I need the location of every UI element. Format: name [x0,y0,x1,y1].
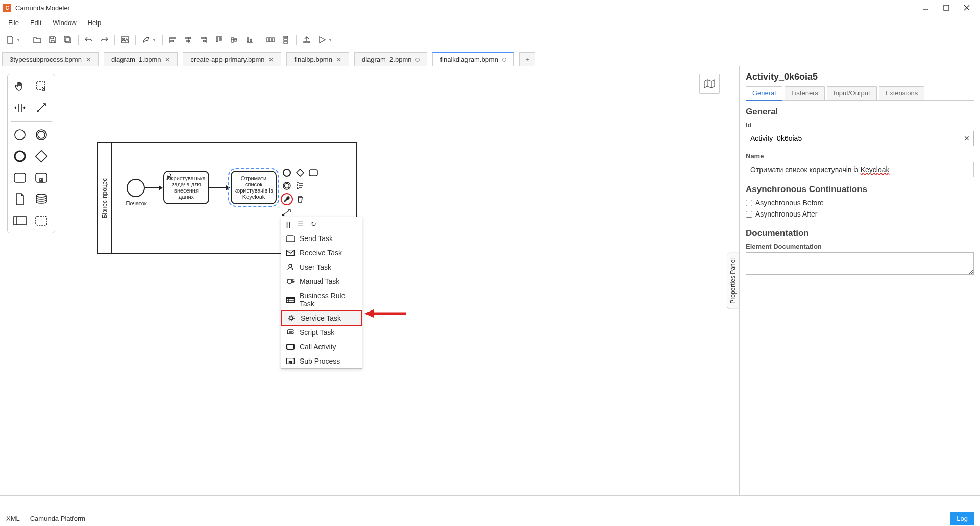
rm-tab-parallel-icon[interactable]: ||| [285,220,290,228]
data-store-tool[interactable] [32,190,51,208]
deploy-button[interactable] [300,33,314,47]
ctx-annotation[interactable] [294,180,306,192]
tab-3[interactable]: finalbp.bpmn✕ [286,52,349,66]
async-before-check[interactable]: Asynchronous Before [746,199,974,207]
tab-4[interactable]: diagram_2.bpmn [354,52,428,66]
intermediate-event-tool[interactable] [32,126,51,144]
redo-button[interactable] [97,33,111,47]
minimize-button[interactable] [922,4,930,12]
save-all-button[interactable] [61,33,75,47]
ctx-gateway[interactable] [294,166,306,179]
rm-tab-loop-icon[interactable]: ↻ [311,220,316,228]
rm-service-task[interactable]: Service Task [281,310,362,326]
business-rule-icon [286,296,295,303]
rm-script-task[interactable]: Script Task [281,325,362,340]
ctx-wrench[interactable] [281,193,293,205]
close-icon[interactable]: ✕ [165,56,170,63]
doc-textarea[interactable] [746,252,974,275]
close-icon[interactable]: ✕ [86,56,91,63]
open-button[interactable] [30,33,44,47]
name-input[interactable]: Отримати список користувачів із Keycloak [746,162,974,177]
subprocess-tool[interactable] [32,169,51,187]
lasso-tool[interactable] [32,77,51,95]
rm-sub-process[interactable]: Sub Process [281,354,362,368]
menu-window[interactable]: Window [47,18,81,28]
align-top-button[interactable] [212,33,226,47]
start-event-tool[interactable] [11,126,29,144]
rm-receive-task[interactable]: Receive Task [281,246,362,260]
global-connect-tool[interactable] [32,99,51,117]
pool-label: Бізнес-процес [98,143,112,253]
canvas[interactable]: Бізнес-процес Початок Користувацька зада… [60,66,727,495]
participant-tool[interactable] [11,211,29,230]
distribute-v-button[interactable] [279,33,293,47]
end-event-tool[interactable] [11,147,29,165]
group-tool[interactable] [32,211,51,230]
workspace: Бізнес-процес Початок Користувацька зада… [0,66,980,495]
menu-edit[interactable]: Edit [25,18,46,28]
new-file-button[interactable] [3,33,17,47]
tab-0[interactable]: 3typessubprocess.bpmn✕ [2,52,99,66]
run-button[interactable] [315,33,329,47]
save-button[interactable] [45,33,60,47]
ctx-end-event[interactable] [281,166,293,179]
rm-send-task[interactable]: Send Task [281,231,362,246]
align-bottom-button[interactable] [242,33,257,47]
prop-tab-general[interactable]: General [746,86,782,101]
hand-tool[interactable] [11,77,29,95]
id-input[interactable] [746,131,974,146]
ctx-delete[interactable] [294,193,306,205]
rm-tab-sequential-icon[interactable]: ☰ [298,220,304,228]
properties-toggle[interactable]: Properties Panel [727,253,739,309]
log-button[interactable]: Log [950,512,974,525]
sequence-flow-1[interactable] [145,187,162,188]
prop-tab-listeners[interactable]: Listeners [785,86,825,100]
tab-2[interactable]: create-app-primary.bpmn✕ [183,52,281,66]
tab-5[interactable]: finalkdiagram.bpmn [432,52,513,66]
minimap-button[interactable] [699,74,720,94]
image-button[interactable] [118,33,132,47]
color-button[interactable] [139,33,153,47]
ctx-intermediate-event[interactable] [281,180,293,192]
distribute-h-button[interactable] [263,33,278,47]
clear-id-button[interactable]: ✕ [964,134,970,142]
close-button[interactable] [963,4,971,12]
ctx-task[interactable] [307,166,320,179]
statusbar: XML Camunda Platform Log [0,511,980,526]
rm-business-rule-task[interactable]: Business Rule Task [281,289,362,311]
sequence-flow-2[interactable] [209,187,230,188]
rm-call-activity[interactable]: Call Activity [281,340,362,354]
gateway-tool[interactable] [32,147,51,165]
xml-tab[interactable]: XML [6,515,20,522]
task-tool[interactable] [11,169,29,187]
doc-label: Element Documentation [746,243,974,250]
start-event[interactable] [127,179,145,197]
align-center-h-button[interactable] [181,33,195,47]
prop-tab-io[interactable]: Input/Output [827,86,877,100]
context-pad [281,166,320,219]
task-selected[interactable]: Отримати список користувачів із Keycloak [231,171,277,204]
svg-rect-16 [216,38,218,42]
rm-user-task[interactable]: User Task [281,260,362,274]
menu-help[interactable]: Help [83,18,107,28]
async-after-check[interactable]: Asynchronous After [746,210,974,218]
user-task[interactable]: Користувацька задача для внесення даних [163,171,209,204]
user-icon [166,173,173,180]
svg-rect-7 [171,37,175,39]
maximize-button[interactable] [942,4,950,12]
undo-button[interactable] [82,33,96,47]
close-icon[interactable]: ✕ [268,56,274,63]
rm-manual-task[interactable]: Manual Task [281,274,362,289]
space-tool[interactable] [11,99,29,117]
align-left-button[interactable] [166,33,180,47]
menu-file[interactable]: File [3,18,24,28]
align-right-button[interactable] [197,33,211,47]
prop-tab-extensions[interactable]: Extensions [879,86,925,100]
data-object-tool[interactable] [11,190,29,208]
close-icon[interactable]: ✕ [336,56,341,63]
align-middle-button[interactable] [227,33,241,47]
platform-label[interactable]: Camunda Platform [30,515,85,522]
add-tab-button[interactable]: + [519,52,535,66]
statusbar-spacer [0,495,980,511]
tab-1[interactable]: diagram_1.bpmn✕ [104,52,178,66]
